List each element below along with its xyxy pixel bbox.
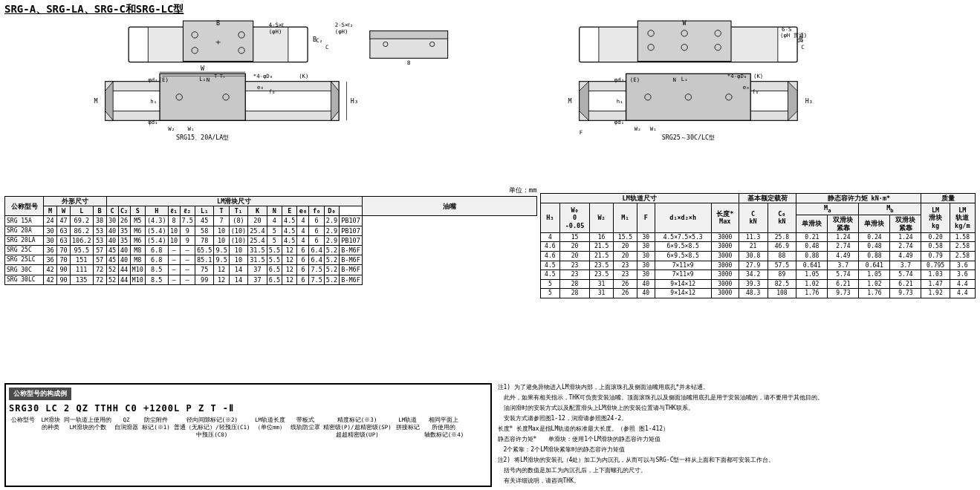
note-2b: 括号内的数值是加工为内沉孔后，上下面螺孔的尺寸。 <box>504 466 976 475</box>
svg-text:W: W <box>201 65 205 72</box>
col-F: F <box>637 203 655 233</box>
col-group-mass: 质量 <box>921 194 976 203</box>
col-C-kN: CkN <box>739 203 768 233</box>
col-Mb-single: 单滑块 <box>859 215 890 232</box>
col-W0: W₀0-0.05 <box>559 203 589 233</box>
svg-text:h₁: h₁ <box>616 98 623 105</box>
table-row: 4151615.5304.5×7.5×5.3300011.325.80.211.… <box>540 232 975 242</box>
col-M: M <box>44 206 57 216</box>
page-title: SRG-A、SRG-LA、SRG-C和SRG-LC型 <box>4 3 976 16</box>
code-label-precision: 精度标记(※3)精密级(P)/超精密级(SP)超超精密级(UP) <box>323 416 392 438</box>
col-l1: ℓ₁ <box>168 206 180 216</box>
svg-text:f₀: f₀ <box>752 88 759 95</box>
svg-rect-29 <box>370 31 448 39</box>
col-group-load: 基本额定载荷 <box>739 194 796 203</box>
col-group-outer: 外形尺寸 <box>44 197 107 206</box>
svg-text:(K): (K) <box>299 73 308 79</box>
col-H: H <box>145 206 168 216</box>
col-Ma-single: 单滑块 <box>796 215 828 232</box>
tables-section: 单位：mm <box>4 186 976 380</box>
svg-text:*4-φD₀: *4-φD₀ <box>253 73 273 79</box>
svg-text:h₁: h₁ <box>150 98 157 105</box>
svg-text:C: C <box>325 44 328 50</box>
col-L: L <box>71 206 94 216</box>
svg-text:(E): (E) <box>159 76 169 83</box>
table-row: 5283126409×14×12300048.31081.769.731.769… <box>540 289 975 298</box>
col-drillsize: d₁×d₂×h <box>655 203 711 233</box>
svg-text:T T₁: T T₁ <box>214 74 225 79</box>
svg-text:φd₁: φd₁ <box>614 119 623 125</box>
svg-text:φd₂: φd₂ <box>614 76 623 83</box>
col-header-oil: 油嘴 <box>362 197 536 216</box>
svg-text:M: M <box>94 97 98 105</box>
table-row: SRG 15A244769.2383026M5(4.3)87.5457(8)20… <box>5 216 537 226</box>
notes-section: 注1) 为了避免异物进入LM滑块内部，上面滚珠孔及侧面油嘴用底孔*并未钻通。 此… <box>498 383 976 487</box>
model-code-display: SRG30 LC 2 QZ TTHH C0 +1200L P Z T -Ⅱ <box>9 403 487 414</box>
svg-text:(φH): (φH) <box>269 28 282 35</box>
table-row: SRG 25C367095.5574540M86.8——65.59.51031.… <box>5 245 537 255</box>
model-code-title: 公称型号的构成例 <box>9 388 71 400</box>
right-table: LM轨道尺寸 基本额定载荷 静态容许力矩 kN·m* 质量 H₃ W₀0-0.0… <box>540 193 976 298</box>
col-group-lm: LM滑块尺寸 <box>106 197 362 206</box>
table-row: 4.62021.520306×9.5×8.530002146.90.482.74… <box>540 242 975 252</box>
diagram-left: B B W M <box>4 19 487 183</box>
svg-text:φd₂: φd₂ <box>148 76 158 83</box>
note-moment-2: 2个紧靠：2个LM滑块紧靠时的静态容许力矩值 <box>504 445 976 454</box>
col-H3: H₃ <box>540 203 559 233</box>
col-C: C <box>106 206 118 216</box>
svg-text:(φH): (φH) <box>335 28 348 35</box>
note-1b: 此外，如果有相关指示，THK可负责安装油嘴。顶面滚珠孔以及侧面油嘴用底孔是用于安… <box>504 393 976 402</box>
table-row: 4.52323.523307×11×9300034.2891.055.741.0… <box>540 270 975 280</box>
svg-text:W₂: W₂ <box>634 125 640 132</box>
col-N: N <box>267 206 282 216</box>
note-length: 长度* 长度Max是指LM轨道的标准最大长度。（参照 图1-412） <box>498 425 976 434</box>
table-row: 4.52323.523307×11×9300027.957.50.6413.70… <box>540 261 975 270</box>
code-label-count: 同一轨道上使用的LM滑块的个数 <box>64 416 111 431</box>
svg-text:F: F <box>579 129 582 136</box>
col-E: E <box>282 206 297 216</box>
table-row: SRG 25LC3670151574540M86.8——85.19.51031.… <box>5 255 537 265</box>
col-f0: f₀ <box>309 206 324 216</box>
unit-label: 单位：mm <box>4 186 537 195</box>
note-1a: 注1) 为了避免异物进入LM滑块内部，上面滚珠孔及侧面油嘴用底孔*并未钻通。 <box>498 383 976 392</box>
col-lm-rail-mass: LM轨道kg/m <box>950 203 975 233</box>
right-table-area: LM轨道尺寸 基本额定载荷 静态容许力矩 kN·m* 质量 H₃ W₀0-0.0… <box>540 186 976 380</box>
svg-text:(K): (K) <box>753 73 763 79</box>
col-B: B <box>93 206 106 216</box>
svg-text:N: N <box>207 76 210 83</box>
svg-text:e₀: e₀ <box>742 84 749 91</box>
code-label-cover: 带板式线轨防尘罩 <box>291 416 320 431</box>
col-K: K <box>248 206 267 216</box>
col-L1: L₁ <box>195 206 213 216</box>
svg-text:B: B <box>799 36 802 43</box>
col-length: 长度*Max <box>711 203 739 233</box>
code-label-rail-join: LM轨道拼接标记 <box>395 416 421 431</box>
table-row: SRG 20A306386.2534035M6(5.4)1095810(10)2… <box>5 226 537 235</box>
col-l2: ℓ₂ <box>180 206 195 216</box>
col-Ma-double: 双滑块紧靠 <box>828 215 859 232</box>
svg-text:L₁: L₁ <box>681 76 687 82</box>
col-T: T <box>214 206 229 216</box>
code-label-clearance: 径向间隙标记(※2)普通（无标记）/轻预压(C1)中预压(C0) <box>174 416 250 438</box>
note-1c: 油润滑时的安装方式以及配置滑头上LM滑块上的安装位置请与THK联系。 <box>504 404 976 413</box>
diagram-right: 6-S (φH 贯通) C₂ C W B <box>494 19 976 183</box>
model-code-section: 公称型号的构成例 SRG30 LC 2 QZ TTHH C0 +1200L P … <box>4 383 492 487</box>
table-row: SRG 30C4290111725244M108.5——751214376.51… <box>5 265 537 275</box>
col-group-Ma: Ma <box>796 203 859 215</box>
svg-text:SRG15、20A/LA型: SRG15、20A/LA型 <box>176 134 229 141</box>
code-label-dust: 防尘附件标记(※1) <box>141 416 171 431</box>
svg-text:B: B <box>216 19 220 27</box>
col-T1: T₁ <box>229 206 247 216</box>
code-label-axis: 相同平面上所使用的轴数标记(※4) <box>424 416 464 438</box>
svg-text:H₃: H₃ <box>805 97 812 105</box>
left-table: 公称型号 外形尺寸 LM滑块尺寸 油嘴 M W L B C C₂ S H <box>4 196 537 285</box>
table-row: 5283126409×14×12300039.382.51.026.211.02… <box>540 279 975 289</box>
col-group-rail: LM轨道尺寸 <box>540 194 739 203</box>
svg-text:φd₁: φd₁ <box>148 119 158 125</box>
col-group-moment: 静态容许力矩 kN·m* <box>796 194 921 203</box>
svg-text:W₂: W₂ <box>168 125 175 132</box>
col-D0: D₀ <box>324 206 339 216</box>
svg-text:H₃: H₃ <box>351 97 358 105</box>
svg-text:W₁: W₁ <box>649 125 656 132</box>
table-row: 4.62021.520306×9.5×8.5300030.8880.884.49… <box>540 251 975 261</box>
